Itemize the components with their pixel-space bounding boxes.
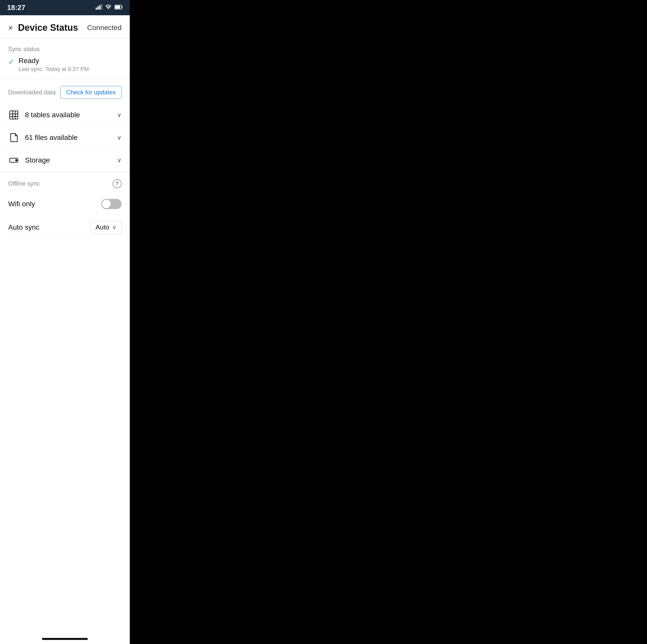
auto-sync-row: Auto sync Auto ∨ bbox=[8, 215, 122, 240]
toggle-knob bbox=[102, 200, 111, 208]
status-icons bbox=[96, 4, 123, 11]
sync-time-text: Last sync: Today at 6:27 PM bbox=[18, 66, 89, 73]
connection-status: Connected bbox=[87, 24, 122, 32]
wifi-only-label: Wifi only bbox=[8, 200, 35, 208]
home-indicator bbox=[42, 638, 88, 640]
files-label: 61 files available bbox=[25, 134, 78, 142]
offline-sync-section: Offline sync ? Wifi only Auto sync Auto … bbox=[0, 172, 130, 240]
tables-label: 8 tables available bbox=[25, 111, 80, 119]
sync-info: Ready Last sync: Today at 6:27 PM bbox=[18, 57, 89, 73]
table-icon bbox=[8, 109, 19, 120]
page-title: Device Status bbox=[18, 22, 78, 33]
downloaded-data-label: Downloaded data bbox=[8, 89, 56, 96]
content: Sync status ✓ Ready Last sync: Today at … bbox=[0, 38, 130, 644]
svg-rect-0 bbox=[96, 8, 97, 10]
wifi-only-row: Wifi only bbox=[8, 193, 122, 215]
storage-chevron-icon: ∨ bbox=[117, 157, 122, 164]
files-row[interactable]: 61 files available ∨ bbox=[0, 127, 130, 149]
wifi-icon bbox=[105, 4, 112, 11]
auto-sync-label: Auto sync bbox=[8, 223, 40, 231]
offline-sync-header: Offline sync ? bbox=[8, 179, 122, 188]
tables-chevron-icon: ∨ bbox=[117, 111, 122, 118]
svg-rect-6 bbox=[115, 6, 120, 9]
svg-rect-2 bbox=[99, 5, 100, 10]
svg-point-13 bbox=[15, 159, 17, 161]
sync-status-label: Sync status bbox=[8, 46, 122, 53]
file-icon bbox=[8, 132, 19, 143]
status-time: 18:27 bbox=[7, 4, 25, 12]
storage-label: Storage bbox=[25, 156, 50, 164]
close-button[interactable]: × bbox=[8, 24, 13, 32]
black-panel bbox=[130, 0, 647, 644]
svg-rect-5 bbox=[122, 6, 122, 8]
help-icon[interactable]: ? bbox=[113, 179, 122, 188]
battery-icon bbox=[115, 4, 123, 11]
phone-panel: 18:27 bbox=[0, 0, 130, 644]
header-left: × Device Status bbox=[8, 22, 78, 33]
sync-status-section: Sync status ✓ Ready Last sync: Today at … bbox=[0, 38, 130, 79]
svg-rect-7 bbox=[10, 111, 18, 119]
tables-row[interactable]: 8 tables available ∨ bbox=[0, 104, 130, 127]
sync-status-row: ✓ Ready Last sync: Today at 6:27 PM bbox=[8, 57, 122, 79]
svg-rect-3 bbox=[101, 4, 102, 10]
header: × Device Status Connected bbox=[0, 15, 130, 38]
check-updates-button[interactable]: Check for updates bbox=[60, 86, 122, 99]
auto-sync-dropdown[interactable]: Auto ∨ bbox=[90, 221, 122, 234]
downloaded-data-header: Downloaded data Check for updates bbox=[0, 79, 130, 104]
files-chevron-icon: ∨ bbox=[117, 134, 122, 141]
offline-sync-label: Offline sync bbox=[8, 180, 40, 187]
status-bar: 18:27 bbox=[0, 0, 130, 15]
signal-icon bbox=[96, 4, 102, 11]
storage-icon bbox=[8, 155, 19, 166]
storage-row[interactable]: Storage ∨ bbox=[0, 149, 130, 172]
dropdown-chevron-icon: ∨ bbox=[112, 224, 116, 231]
auto-sync-value: Auto bbox=[96, 223, 110, 231]
svg-rect-1 bbox=[97, 6, 99, 10]
checkmark-icon: ✓ bbox=[8, 57, 14, 66]
sync-ready-text: Ready bbox=[18, 57, 89, 65]
wifi-only-toggle[interactable] bbox=[101, 199, 122, 209]
